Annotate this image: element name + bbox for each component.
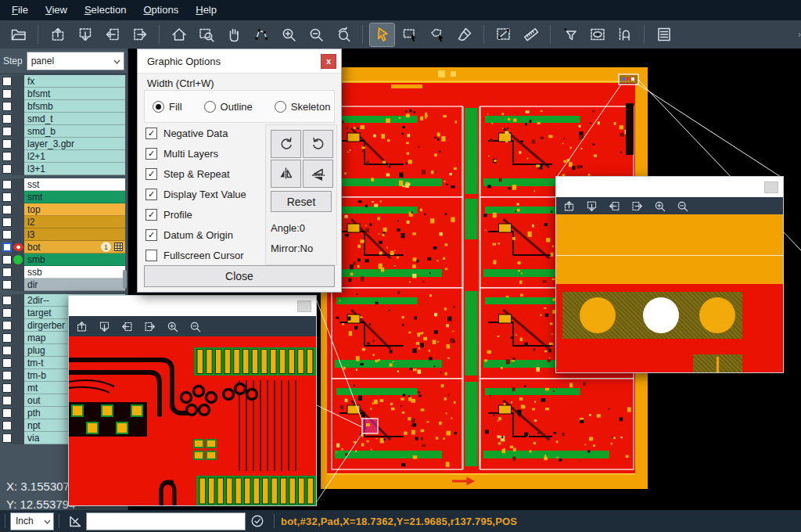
mirror-horizontal-button[interactable] <box>271 160 301 188</box>
select-rect-icon[interactable] <box>397 23 422 46</box>
layer-checkbox[interactable] <box>2 180 12 189</box>
radio-skeleton[interactable]: Skeleton <box>275 101 331 113</box>
radio-fill[interactable]: Fill <box>153 101 182 113</box>
layer-checkbox[interactable] <box>2 371 12 380</box>
pan-right-icon[interactable] <box>128 23 152 46</box>
menu-help[interactable]: Help <box>187 0 225 20</box>
magnifier-pcb-view[interactable] <box>69 336 316 505</box>
zoom-previous-icon[interactable] <box>331 23 355 46</box>
unit-select[interactable]: Inch <box>10 512 54 530</box>
reset-button[interactable]: Reset <box>271 191 332 212</box>
sidebar-scrollbar-thumb[interactable] <box>123 270 127 289</box>
magnifier-titlebar[interactable] <box>69 296 316 316</box>
checkbox-datum-origin[interactable]: ✓Datum & Origin <box>145 225 263 245</box>
zoom-out-icon[interactable] <box>676 200 689 213</box>
layer-checkbox[interactable] <box>2 217 12 227</box>
zoom-window-icon[interactable] <box>194 23 218 46</box>
layer-row-smd_t[interactable]: smd_t <box>0 113 125 125</box>
layer-checkbox[interactable] <box>2 114 12 124</box>
layer-row-bfsmb[interactable]: bfsmb <box>0 100 125 113</box>
layer-row-smb[interactable]: smb <box>0 253 125 266</box>
apply-check-icon[interactable] <box>250 514 264 528</box>
layer-row-ssb[interactable]: ssb <box>0 266 125 279</box>
view-area-icon[interactable] <box>585 23 609 46</box>
layer-row-l3+1[interactable]: l3+1 <box>0 163 125 175</box>
pan-up-icon[interactable] <box>562 200 576 213</box>
layer-checkbox[interactable] <box>2 268 12 277</box>
layer-checkbox[interactable] <box>2 89 12 99</box>
layer-checkbox[interactable] <box>2 152 12 161</box>
layer-checkbox[interactable] <box>2 333 12 343</box>
rotate-ccw-button[interactable] <box>303 130 333 158</box>
select-poly-icon[interactable] <box>425 23 449 46</box>
checkbox-multi-layers[interactable]: ✓Multi Layers <box>145 143 263 164</box>
dialog-close-button[interactable]: Close <box>144 265 335 287</box>
pan-left-icon[interactable] <box>100 23 124 46</box>
checkbox-display-text-value[interactable]: ✓Display Text Value <box>145 184 263 204</box>
measure-node-icon[interactable] <box>249 23 273 46</box>
layer-checkbox[interactable] <box>2 346 12 355</box>
magnifier-titlebar[interactable] <box>556 177 783 197</box>
filter-icon[interactable] <box>558 23 582 46</box>
layer-row-smt[interactable]: smt <box>0 191 125 203</box>
layer-row-bfsmt[interactable]: bfsmt <box>0 88 125 100</box>
layer-table-icon[interactable] <box>652 23 676 46</box>
menu-file[interactable]: File <box>3 0 37 20</box>
layer-checkbox[interactable] <box>2 127 12 136</box>
layer-row-bot[interactable]: bot1 <box>0 241 125 253</box>
pan-hand-icon[interactable] <box>221 23 246 46</box>
command-input[interactable] <box>86 512 246 530</box>
layer-row-l3[interactable]: l3 <box>0 228 125 241</box>
pan-down-icon[interactable] <box>585 200 598 213</box>
close-icon[interactable]: x <box>321 54 336 69</box>
ruler-icon[interactable] <box>519 23 543 46</box>
layer-checkbox[interactable] <box>2 192 12 202</box>
window-button[interactable] <box>297 300 311 312</box>
measure-line-icon[interactable] <box>491 23 515 46</box>
step-select[interactable]: panel <box>27 52 124 70</box>
layer-checkbox[interactable] <box>2 408 12 418</box>
menu-options[interactable]: Options <box>135 0 187 20</box>
mirror-vertical-button[interactable] <box>303 160 333 188</box>
window-button[interactable] <box>764 182 778 193</box>
menu-view[interactable]: View <box>37 0 76 20</box>
layer-checkbox[interactable] <box>2 280 12 289</box>
pan-down-icon[interactable] <box>98 320 111 333</box>
layer-checkbox[interactable] <box>2 77 12 86</box>
layer-checkbox[interactable] <box>2 296 12 305</box>
layer-row-l2+1[interactable]: l2+1 <box>0 150 125 163</box>
snap-icon[interactable] <box>612 23 637 46</box>
layer-checkbox[interactable] <box>2 321 12 330</box>
open-project-icon[interactable] <box>6 23 31 46</box>
layer-checkbox[interactable] <box>2 139 12 149</box>
zoom-out-icon[interactable] <box>189 320 202 333</box>
layer-checkbox[interactable] <box>2 255 12 264</box>
layer-checkbox[interactable] <box>2 102 12 111</box>
layer-row-sst[interactable]: sst <box>0 178 125 191</box>
checkbox-step-repeat[interactable]: ✓Step & Repeat <box>145 164 263 184</box>
layer-checkbox[interactable] <box>2 164 12 174</box>
layer-checkbox[interactable] <box>2 230 12 239</box>
checkbox-profile[interactable]: ✓Profile <box>145 204 263 225</box>
checkbox-negative-data[interactable]: ✓Negative Data <box>145 123 263 143</box>
layer-row-fx[interactable]: fx <box>0 75 125 88</box>
zoom-in-icon[interactable] <box>166 320 179 333</box>
layer-checkbox[interactable] <box>2 358 12 368</box>
pan-right-icon[interactable] <box>143 320 156 333</box>
pan-left-icon[interactable] <box>120 320 134 333</box>
rotate-cw-button[interactable] <box>271 130 301 158</box>
layer-checkbox[interactable] <box>2 205 12 214</box>
layer-row-smd_b[interactable]: smd_b <box>0 125 125 138</box>
layer-checkbox[interactable] <box>2 308 12 318</box>
select-cursor-icon[interactable] <box>370 23 394 46</box>
layer-row-l2[interactable]: l2 <box>0 216 125 228</box>
fit-home-icon[interactable] <box>167 23 191 46</box>
layer-row-dir[interactable]: dir <box>0 279 125 291</box>
clean-brush-icon[interactable] <box>452 23 476 46</box>
layer-checkbox[interactable] <box>2 396 12 405</box>
layer-checkbox[interactable] <box>2 243 12 252</box>
layer-row-top[interactable]: top <box>0 203 125 216</box>
radio-outline[interactable]: Outline <box>204 101 253 113</box>
checkbox-fullscreen-cursor[interactable]: Fullscreen Cursor <box>145 245 263 265</box>
toolbar-overflow-icon[interactable]: › <box>798 29 801 40</box>
